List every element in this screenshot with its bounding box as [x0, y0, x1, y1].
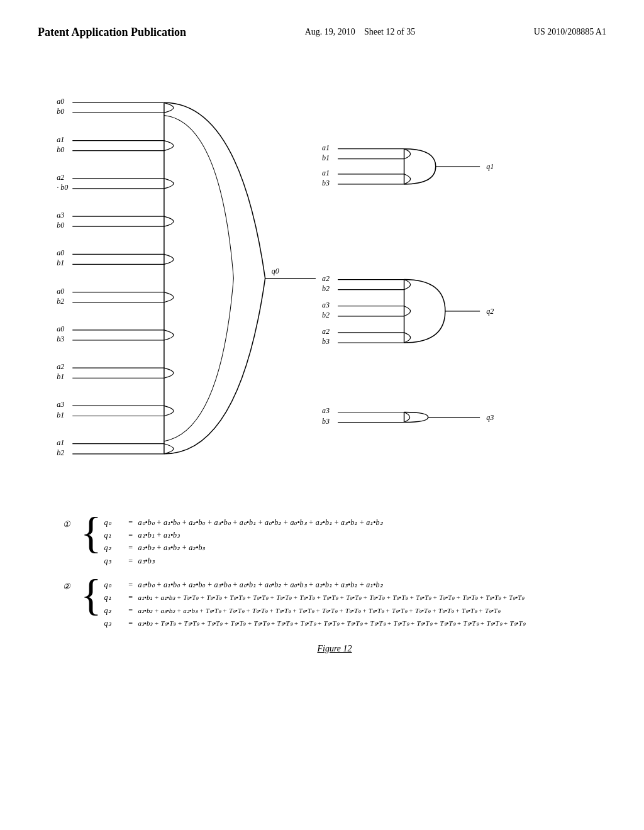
label-q1: q1 — [486, 162, 494, 171]
label-b1-1: b1 — [57, 259, 64, 268]
figure-caption: Figure 12 — [63, 641, 606, 656]
label-a3-1: a3 — [57, 211, 64, 220]
label-q3: q3 — [486, 413, 494, 422]
brace-2: { — [80, 573, 102, 617]
circle-label-1: ① — [63, 517, 75, 531]
label-b2-2: b2 — [57, 448, 64, 457]
eq-lines-group2: q₀ = a₀•b₀ + a₁•b₀ + a₂•b₀ + a₃•b₀ + a₀•… — [104, 578, 525, 630]
label-q0: q0 — [272, 267, 279, 275]
diagram-area: a0 b0 a1 b0 a2 · b0 a3 b0 a0 b1 — [38, 58, 606, 503]
label-a3-3: a3 — [322, 301, 330, 309]
eq-line-q3-2: q₃ = a₃•b₃ + T₉•T₉ + T₉•T₉ + T₉•T₉ + T₉•… — [104, 617, 525, 629]
publication-title: Patent Application Publication — [38, 25, 186, 40]
patent-number: US 2010/208885 A1 — [534, 25, 606, 39]
label-b3-2: b3 — [322, 179, 330, 187]
label-a2-4: a2 — [322, 327, 330, 336]
eq-line-q0-2: q₀ = a₀•b₀ + a₁•b₀ + a₂•b₀ + a₃•b₀ + a₀•… — [104, 578, 525, 591]
label-b0-4: b0 — [57, 221, 64, 230]
label-a1-2: a1 — [57, 438, 64, 447]
brace-1: { — [80, 511, 102, 555]
label-a0-3: a0 — [57, 287, 64, 296]
label-b3-1: b3 — [57, 335, 64, 343]
eq-lines-group1: q₀ = a₀•b₀ + a₁•b₀ + a₂•b₀ + a₃•b₀ + a₀•… — [104, 516, 383, 568]
eq-line-q1-2: q₁ = a₁•b₁ + a₁•b₃ + T₉•T₉ + T₉•T₉ + T₉•… — [104, 591, 525, 604]
equation-group-2: ② { q₀ = a₀•b₀ + a₁•b₀ + a₂•b₀ + a₃•b₀ +… — [63, 578, 606, 630]
label-b1-3: b1 — [57, 411, 64, 419]
label-a3-4: a3 — [322, 407, 330, 416]
label-b3-4: b3 — [322, 417, 330, 426]
header-date-sheet: Aug. 19, 2010 Sheet 12 of 35 — [305, 25, 415, 39]
equation-group-1: ① { q₀ = a₀•b₀ + a₁•b₀ + a₂•b₀ + a₃•b₀ +… — [63, 516, 606, 568]
label-a1-1: a1 — [57, 135, 64, 144]
label-b0-3: · b0 — [57, 183, 68, 192]
eq-line-q2-2: q₂ = a₂•b₂ + a₃•b₂ + a₂•b₃ + T₉•T₉ + T₉•… — [104, 604, 525, 617]
page: Patent Application Publication Aug. 19, … — [0, 0, 644, 830]
equations-section: ① { q₀ = a₀•b₀ + a₁•b₀ + a₂•b₀ + a₃•b₀ +… — [38, 516, 606, 656]
label-a0-1: a0 — [57, 97, 64, 106]
eq-line-q2-1: q₂ = a₂•b₂ + a₃•b₂ + a₂•b₃ — [104, 541, 383, 554]
label-a2-1: a2 — [57, 173, 64, 182]
circle-label-2: ② — [63, 580, 75, 594]
header: Patent Application Publication Aug. 19, … — [38, 25, 606, 40]
circuit-diagram: a0 b0 a1 b0 a2 · b0 a3 b0 a0 b1 — [38, 58, 606, 501]
label-a0-4: a0 — [57, 324, 64, 333]
label-b1-2: b1 — [57, 373, 64, 382]
label-b1-r: b1 — [322, 153, 330, 162]
label-a0-2: a0 — [57, 249, 64, 258]
label-b2-3: b2 — [322, 284, 330, 293]
label-b3-3: b3 — [322, 337, 330, 346]
label-a1-3: a1 — [322, 143, 330, 152]
label-a3-2: a3 — [57, 401, 64, 409]
eq-line-q3-1: q₃ = a₃•b₃ — [104, 555, 383, 567]
label-b0-1: b0 — [57, 108, 64, 116]
label-b2-1: b2 — [57, 297, 64, 306]
label-a2-3: a2 — [322, 274, 330, 283]
label-b0-2: b0 — [57, 145, 64, 154]
label-a2-2: a2 — [57, 363, 64, 372]
label-q2: q2 — [486, 307, 494, 316]
eq-line-q1-1: q₁ = a₁•b₁ + a₁•b₃ — [104, 529, 383, 541]
label-a1-4: a1 — [322, 169, 330, 177]
eq-line-q0-1: q₀ = a₀•b₀ + a₁•b₀ + a₂•b₀ + a₃•b₀ + a₀•… — [104, 516, 383, 529]
label-b2-4: b2 — [322, 311, 330, 319]
